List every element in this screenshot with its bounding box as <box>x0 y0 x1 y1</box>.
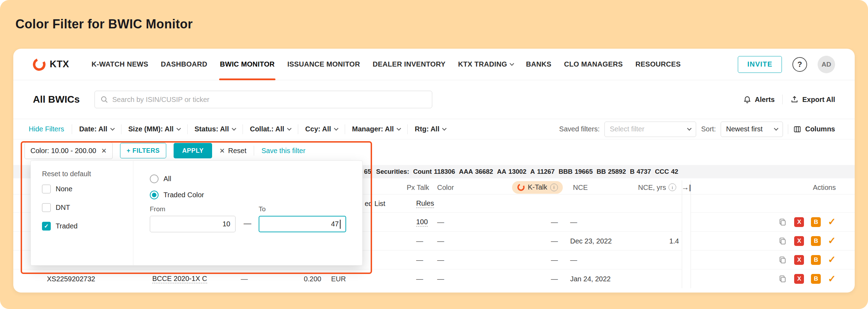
page-title: Color Filter for BWIC Monitor <box>15 17 193 32</box>
page-background: Color Filter for BWIC Monitor KTX K-WATC… <box>0 0 868 309</box>
excel-icon[interactable]: X <box>794 217 804 227</box>
filter-chip-label: Date: All <box>79 125 107 133</box>
filter-chip-date[interactable]: Date: All <box>72 124 121 134</box>
radio-all[interactable]: All <box>150 174 171 183</box>
filter-chip-rtg[interactable]: Rtg: All <box>407 124 453 134</box>
avatar[interactable]: AD <box>818 56 835 73</box>
securities-summary-stats: 65 Securities: Count118306 AAA36682 AA13… <box>364 165 682 178</box>
stat-b: B4737 <box>630 168 651 176</box>
nav-item-dealer-inventory[interactable]: DEALER INVENTORY <box>373 49 446 80</box>
search-icon <box>100 96 108 103</box>
excel-icon[interactable]: X <box>794 236 804 246</box>
rules-link[interactable]: Rules <box>416 199 434 208</box>
divider <box>254 146 254 156</box>
nce-value: Jan 24, 2022 <box>570 275 611 283</box>
copy-icon[interactable] <box>778 274 787 283</box>
chevron-down-icon <box>110 126 115 131</box>
nav-item-dashboard[interactable]: DASHBOARD <box>161 49 208 80</box>
confirm-check-icon[interactable]: ✓ <box>828 236 836 246</box>
checkbox-icon <box>42 203 51 212</box>
radio-traded-color[interactable]: Traded Color <box>150 191 204 199</box>
apply-button[interactable]: APPLY <box>174 143 212 158</box>
columns-button[interactable]: Columns <box>793 125 835 133</box>
filter-chip-status[interactable]: Status: All <box>187 124 243 134</box>
nav-item-banks[interactable]: BANKS <box>526 49 552 80</box>
row-actions: X B ✓ <box>778 236 836 246</box>
ktx-logo[interactable]: KTX <box>32 57 69 71</box>
reset-filters-button[interactable]: ✕ Reset <box>219 147 246 155</box>
search-input[interactable] <box>112 95 426 104</box>
bloomberg-icon[interactable]: B <box>811 255 821 265</box>
confirm-check-icon[interactable]: ✓ <box>828 274 836 284</box>
chevron-down-icon <box>287 126 292 131</box>
search-box[interactable] <box>94 91 432 108</box>
freeze-pane-icon[interactable]: →| <box>679 183 693 192</box>
copy-icon[interactable] <box>778 218 787 227</box>
alerts-button[interactable]: Alerts <box>743 95 775 104</box>
nce-yrs-label: NCE, yrs <box>638 183 666 191</box>
stat-ccc: CCC42 <box>655 168 678 176</box>
nav-item-resources[interactable]: RESOURCES <box>635 49 680 80</box>
filter-chip-collat[interactable]: Collat.: All <box>243 124 298 134</box>
column-header-nce-yrs[interactable]: NCE, yrs i <box>638 183 676 191</box>
export-icon <box>790 95 799 104</box>
info-icon[interactable]: i <box>550 184 558 191</box>
saved-filters-select[interactable]: Select filter <box>604 122 696 137</box>
column-header-px-talk[interactable]: Px Talk <box>407 183 429 191</box>
filter-chip-size[interactable]: Size (MM): All <box>121 124 187 134</box>
column-header-k-talk[interactable]: K-Talk i <box>512 181 563 194</box>
nce-value: Dec 23, 2022 <box>570 237 612 245</box>
main-navigation: K-WATCH NEWS DASHBOARD BWIC MONITOR ISSU… <box>92 49 681 80</box>
nav-item-issuance-monitor[interactable]: ISSUANCE MONITOR <box>287 49 360 80</box>
deal-link[interactable]: BCCE 2020-1X C <box>152 275 207 283</box>
column-header-color[interactable]: Color <box>437 183 454 191</box>
filter-chip-ccy[interactable]: Ccy: All <box>298 124 345 134</box>
checkbox-label: None <box>56 185 72 193</box>
nce-value: — <box>570 218 577 226</box>
table-row[interactable]: XS2259202732 BCCE 2020-1X C — 0.200 EUR … <box>13 269 855 288</box>
checkbox-none[interactable]: None <box>42 185 72 193</box>
column-header-nce[interactable]: NCE <box>573 183 588 191</box>
help-button[interactable]: ? <box>792 57 807 72</box>
nav-item-ktx-trading[interactable]: KTX TRADING <box>458 49 513 80</box>
securities-label: Securities: <box>376 168 410 176</box>
alerts-label: Alerts <box>755 96 775 104</box>
export-all-button[interactable]: Export All <box>790 95 835 104</box>
stat-bb: BB25892 <box>596 168 626 176</box>
bloomberg-icon[interactable]: B <box>811 236 821 246</box>
sort-label: Sort: <box>701 125 716 133</box>
confirm-check-icon[interactable]: ✓ <box>828 255 836 265</box>
checkbox-traded[interactable]: ✓ Traded <box>42 222 78 231</box>
to-input[interactable]: 47 <box>259 216 346 232</box>
hide-filters-link[interactable]: Hide Filters <box>29 125 64 133</box>
nav-item-k-watch-news[interactable]: K-WATCH NEWS <box>92 49 148 80</box>
sort-select[interactable]: Newest first <box>721 122 783 137</box>
checkbox-dnt[interactable]: DNT <box>42 203 70 212</box>
bloomberg-icon[interactable]: B <box>811 274 821 284</box>
k-talk-value: — <box>531 256 558 264</box>
checkbox-label: Traded <box>56 222 78 230</box>
stat-bbb: BBB19665 <box>559 168 593 176</box>
confirm-check-icon[interactable]: ✓ <box>828 217 836 227</box>
from-label: From <box>150 205 165 213</box>
excel-icon[interactable]: X <box>794 255 804 265</box>
px-talk-value[interactable]: 100 <box>416 218 428 226</box>
row-actions: X B ✓ <box>778 217 836 227</box>
remove-filter-icon[interactable]: ✕ <box>101 147 107 155</box>
from-input[interactable]: 10 <box>150 216 236 232</box>
nav-item-clo-managers[interactable]: CLO MANAGERS <box>564 49 623 80</box>
nav-item-bwic-monitor[interactable]: BWIC MONITOR <box>220 49 275 80</box>
color-filter-chip[interactable]: Color: 10.00 - 200.00 ✕ <box>24 142 113 159</box>
invite-button[interactable]: INVITE <box>738 56 782 73</box>
radio-selected-icon <box>150 191 159 199</box>
add-filters-button[interactable]: + FILTERS <box>120 143 167 158</box>
filter-chip-manager[interactable]: Manager: All <box>345 124 407 134</box>
pinned-column-divider[interactable] <box>682 180 691 288</box>
save-this-filter-link[interactable]: Save this filter <box>261 147 306 155</box>
copy-icon[interactable] <box>778 236 787 246</box>
bloomberg-icon[interactable]: B <box>811 217 821 227</box>
copy-icon[interactable] <box>778 255 787 265</box>
reset-to-default-link[interactable]: Reset to default <box>42 170 91 178</box>
excel-icon[interactable]: X <box>794 274 804 284</box>
k-talk-label: K-Talk <box>528 183 547 191</box>
